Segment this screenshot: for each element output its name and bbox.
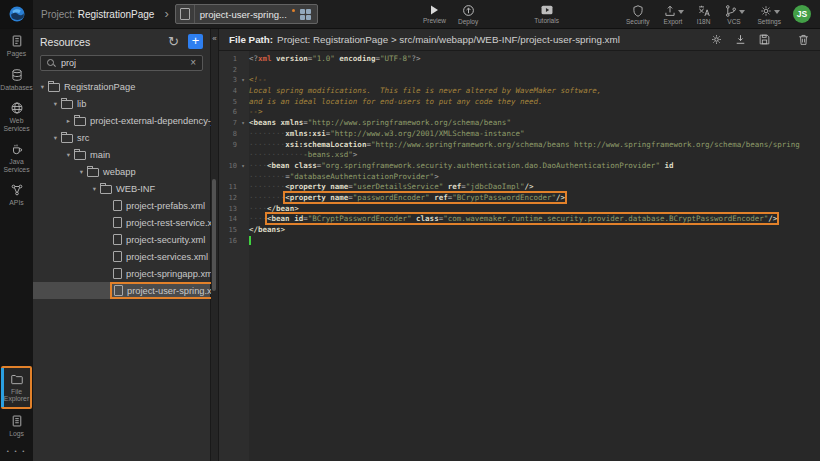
rail-more-button[interactable]: • • •: [7, 448, 27, 454]
code-line[interactable]: 6-->: [219, 107, 820, 118]
tree-caret-icon[interactable]: ▾: [77, 168, 86, 176]
tree-item-registrationpage[interactable]: ▾RegistrationPage: [33, 78, 210, 95]
rail-item-pages[interactable]: Pages: [0, 29, 33, 63]
tree-caret-icon[interactable]: ▸: [64, 117, 73, 125]
code-line[interactable]: 14····<bean id="BCryptPasswordEncoder" c…: [219, 214, 820, 225]
file-icon: [113, 200, 122, 211]
file-icon: [176, 5, 195, 23]
tree-item-main[interactable]: ▾main: [33, 146, 210, 163]
code-line[interactable]: ············-beans.xsd">: [219, 150, 820, 161]
tree-item-project-springapp-xml[interactable]: project-springapp.xml: [33, 265, 210, 282]
tree-item-lib[interactable]: ▾lib: [33, 95, 210, 112]
code-line[interactable]: 1<?xml version="1.0" encoding="UTF-8"?>: [219, 54, 820, 65]
code-line[interactable]: 7▾<beans xmlns="http://www.springframewo…: [219, 118, 820, 129]
open-file-tab[interactable]: project-user-spring...: [175, 4, 318, 24]
tree-item-webapp[interactable]: ▾webapp: [33, 163, 210, 180]
user-avatar[interactable]: JS: [793, 5, 811, 23]
topbar-right-actions: SecurityExportI18NVCSSettings: [626, 0, 781, 28]
code-line[interactable]: 5and is an ideal location for end-users …: [219, 97, 820, 108]
tree-item-web-inf[interactable]: ▾WEB-INF: [33, 180, 210, 197]
tree-item-project-external-dependency-jars[interactable]: ▸project-external-dependency-jars: [33, 112, 210, 129]
fold-arrow-icon[interactable]: ▾: [237, 161, 249, 172]
fold-arrow-icon[interactable]: ▾: [237, 75, 249, 86]
tree-caret-icon[interactable]: ▾: [90, 185, 99, 193]
tutorials-button[interactable]: Tutorials: [534, 0, 559, 28]
file-icon: [113, 268, 122, 279]
project-breadcrumb: Project: RegistrationPage: [41, 9, 154, 20]
code-area[interactable]: 1<?xml version="1.0" encoding="UTF-8"?>2…: [219, 51, 820, 461]
folder-icon: [74, 151, 86, 160]
file-path-label: File Path:: [229, 34, 273, 45]
file-icon: [113, 217, 122, 228]
wavemaker-logo[interactable]: [0, 0, 33, 28]
rail-item-databases[interactable]: Databases: [0, 63, 33, 97]
grid-icon[interactable]: [300, 9, 311, 20]
code-line[interactable]: 9········xsi:schemaLocation="http://www.…: [219, 140, 820, 151]
code-line[interactable]: 13····</bean>: [219, 204, 820, 215]
editor-settings-icon[interactable]: [710, 33, 723, 46]
rail-item-logs[interactable]: Logs: [0, 409, 33, 443]
download-file-icon[interactable]: [734, 33, 747, 46]
tree-item-project-services-xml[interactable]: project-services.xml: [33, 248, 210, 265]
code-line[interactable]: 11········<property name="userDetailsSer…: [219, 182, 820, 193]
i18n-button[interactable]: I18N: [697, 0, 711, 28]
chevron-down-icon: [678, 10, 684, 14]
code-line[interactable]: 12········<property name="passwordEncode…: [219, 193, 820, 204]
code-line[interactable]: 8········xmlns:xsi="http://www.w3.org/20…: [219, 129, 820, 140]
tutorials-icon: [540, 4, 554, 16]
code-line[interactable]: 15</beans>: [219, 225, 820, 236]
code-highlight-box: <bean id="BCryptPasswordEncoder" class="…: [267, 214, 777, 223]
code-line[interactable]: 10▾····<bean class="org.springframework.…: [219, 161, 820, 172]
security-button[interactable]: Security: [626, 0, 649, 28]
code-line[interactable]: 4Local spring modifications. This file i…: [219, 86, 820, 97]
search-input[interactable]: proj: [61, 58, 185, 68]
add-resource-button[interactable]: +: [188, 34, 203, 49]
code-line[interactable]: 16: [219, 236, 820, 247]
code-highlight-box: <property name="passwordEncoder" ref="BC…: [285, 193, 565, 202]
tree-item-src[interactable]: ▾src: [33, 129, 210, 146]
folder-icon: [74, 117, 86, 126]
fold-arrow-icon[interactable]: ▾: [237, 118, 249, 129]
deploy-button[interactable]: Deploy: [458, 0, 478, 28]
collapse-panel-icon[interactable]: «: [211, 35, 218, 43]
export-button[interactable]: Export: [663, 0, 684, 28]
refresh-icon[interactable]: ↻: [168, 35, 179, 48]
rail-item-web-services[interactable]: Web Services: [0, 96, 33, 137]
databases-icon: [10, 68, 24, 82]
resources-panel: Resources ↻ + proj × ▾RegistrationPage▾l…: [33, 29, 211, 461]
folder-icon: [87, 168, 99, 177]
tree-caret-icon[interactable]: ▾: [51, 134, 60, 142]
delete-file-icon[interactable]: [797, 33, 810, 46]
deploy-label: Deploy: [458, 19, 478, 25]
rail-item-java-services[interactable]: Java Services: [0, 137, 33, 178]
code-line[interactable]: ········="databaseAuthenticationProvider…: [219, 172, 820, 183]
tree-item-project-rest-service-xml[interactable]: project-rest-service.xml: [33, 214, 210, 231]
apis-icon: [10, 183, 24, 197]
folder-icon: [61, 100, 73, 109]
tree-caret-icon[interactable]: ▾: [51, 100, 60, 108]
chevron-down-icon: [774, 10, 780, 14]
settings-button[interactable]: Settings: [758, 0, 782, 28]
i18n-icon: [697, 4, 711, 18]
preview-button[interactable]: Preview: [423, 0, 446, 28]
rail-item-apis[interactable]: APIs: [0, 178, 33, 212]
web-services-icon: [10, 101, 24, 115]
vcs-button[interactable]: VCS: [724, 0, 745, 28]
panel-scrollbar[interactable]: [212, 179, 216, 291]
tree-item-project-security-xml[interactable]: project-security.xml: [33, 231, 210, 248]
preview-label: Preview: [423, 18, 446, 24]
tree-item-project-user-spring-xml[interactable]: project-user-spring.xml: [33, 282, 210, 299]
save-file-icon[interactable]: [758, 33, 771, 46]
code-line[interactable]: 3▾<!--: [219, 75, 820, 86]
clear-search-icon[interactable]: ×: [190, 58, 196, 68]
settings-icon: [759, 4, 773, 18]
code-line[interactable]: 2: [219, 65, 820, 76]
breadcrumb-chevron-icon: ›: [164, 0, 168, 28]
file-icon: [113, 234, 122, 245]
resources-search[interactable]: proj ×: [40, 55, 203, 71]
tree-caret-icon[interactable]: ▾: [64, 151, 73, 159]
tree-caret-icon[interactable]: ▾: [38, 83, 47, 91]
tutorials-label: Tutorials: [534, 18, 559, 24]
tree-item-project-prefabs-xml[interactable]: project-prefabs.xml: [33, 197, 210, 214]
rail-item-file-explorer[interactable]: File Explorer: [1, 366, 32, 409]
